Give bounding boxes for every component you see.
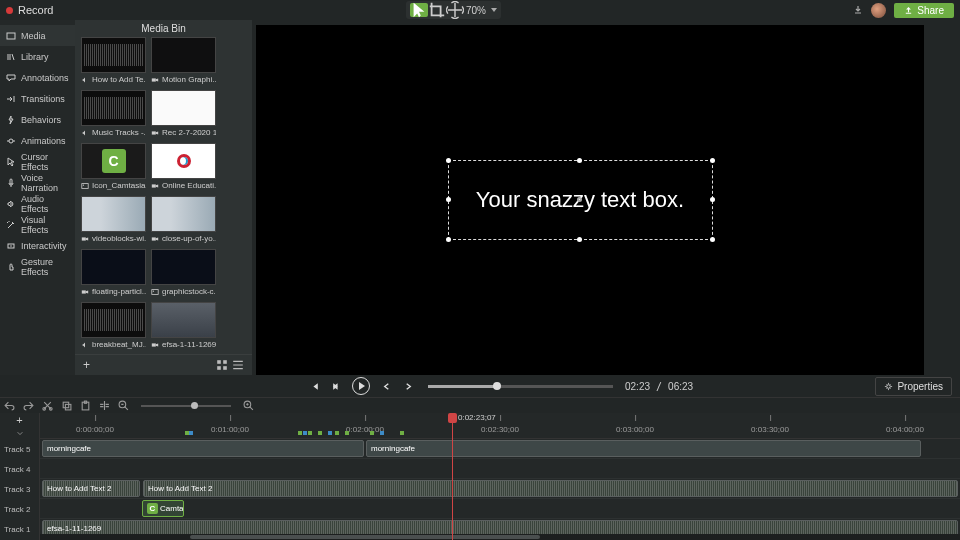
media-item[interactable]: graphicstock-c... (151, 249, 216, 296)
sidebar-item-media[interactable]: Media (0, 25, 75, 46)
record-button[interactable]: Record (18, 4, 53, 16)
sidebar-item-visual-effects[interactable]: Visual Effects (0, 214, 75, 235)
media-item[interactable]: Rec 2-7-2020 1 (151, 90, 216, 137)
media-item[interactable]: How to Add Te... (81, 37, 146, 84)
list-view-icon[interactable] (232, 360, 244, 370)
sidebar-item-annotations[interactable]: Annotations (0, 67, 75, 88)
rotate-handle[interactable] (577, 197, 582, 202)
media-item[interactable]: floating-particl... (81, 249, 146, 296)
sidebar-item-audio-effects[interactable]: Audio Effects (0, 193, 75, 214)
media-item[interactable]: CIcon_Camtasia... (81, 143, 146, 190)
track-row[interactable]: CCamtasia (40, 499, 960, 519)
add-media-button[interactable]: + (83, 358, 90, 372)
chevron-down-icon[interactable] (491, 8, 497, 12)
step-back-button[interactable] (328, 378, 344, 394)
sidebar-item-voice-narration[interactable]: Voice Narration (0, 172, 75, 193)
properties-button[interactable]: Properties (875, 377, 952, 396)
sidebar-item-library[interactable]: Library (0, 46, 75, 67)
paste-button[interactable] (80, 400, 91, 411)
media-thumb (151, 90, 216, 126)
zoom-in-button[interactable] (243, 400, 254, 411)
track-header[interactable]: Track 3 (0, 479, 39, 499)
undo-button[interactable] (4, 400, 15, 411)
step-forward-button[interactable] (378, 378, 394, 394)
image-icon (81, 182, 89, 190)
sidebar-item-label: Animations (21, 136, 66, 146)
media-item[interactable]: close-up-of-yo... (151, 196, 216, 243)
resize-handle[interactable] (446, 237, 451, 242)
media-thumb (81, 302, 146, 338)
prev-frame-button[interactable] (306, 378, 322, 394)
timeline-scrollbar[interactable] (40, 534, 960, 540)
media-item[interactable]: breakbeat_MJ... (81, 302, 146, 349)
scrub-bar[interactable] (428, 385, 613, 388)
zoom-out-button[interactable] (118, 400, 129, 411)
playhead[interactable] (452, 413, 453, 540)
video-icon (81, 288, 89, 296)
timeline-clip[interactable]: How to Add Text 2 (143, 480, 958, 497)
download-icon[interactable] (853, 5, 863, 15)
cut-button[interactable] (42, 400, 53, 411)
timeline-body[interactable]: 0:00:00;00 0:01:00;00 0:02:00;00 0:02:30… (40, 413, 960, 540)
video-icon (151, 182, 159, 190)
media-item[interactable]: Online Educati... (151, 143, 216, 190)
resize-handle[interactable] (710, 237, 715, 242)
timeline-clip[interactable]: How to Add Text 2 (42, 480, 140, 497)
timeline-zoom-slider[interactable] (141, 405, 231, 407)
sidebar-item-label: Transitions (21, 94, 65, 104)
sidebar-item-behaviors[interactable]: Behaviors (0, 109, 75, 130)
track-header[interactable]: Track 4 (0, 459, 39, 479)
redo-button[interactable] (23, 400, 34, 411)
grid-view-icon[interactable] (216, 360, 228, 370)
resize-handle[interactable] (446, 197, 451, 202)
sidebar-item-gesture-effects[interactable]: Gesture Effects (0, 256, 75, 277)
play-button[interactable] (350, 375, 372, 397)
sidebar-item-label: Interactivity (21, 241, 67, 251)
share-button[interactable]: Share (894, 3, 954, 18)
media-item[interactable]: Music Tracks -... (81, 90, 146, 137)
canvas[interactable]: Your snazzy text box. (252, 20, 927, 375)
resize-handle[interactable] (710, 197, 715, 202)
pointer-tool[interactable] (410, 3, 428, 17)
zoom-value[interactable]: 70% (464, 5, 488, 16)
split-button[interactable] (99, 400, 110, 411)
timeline-clip[interactable]: CCamtasia (142, 500, 184, 517)
track-header[interactable]: Track 1 (0, 519, 39, 539)
sidebar-item-interactivity[interactable]: Interactivity (0, 235, 75, 256)
pan-tool[interactable] (446, 3, 464, 17)
copy-button[interactable] (61, 400, 72, 411)
timeline-clip[interactable]: morningcafe (366, 440, 921, 457)
resize-handle[interactable] (577, 158, 582, 163)
stage[interactable]: Your snazzy text box. (256, 25, 924, 375)
media-item[interactable]: Motion Graphi... (151, 37, 216, 84)
interactivity-icon (6, 241, 16, 251)
cursor-icon (6, 157, 16, 167)
timeline-ruler[interactable]: 0:00:00;00 0:01:00;00 0:02:00;00 0:02:30… (40, 413, 960, 439)
sidebar-item-cursor-effects[interactable]: Cursor Effects (0, 151, 75, 172)
add-track-button[interactable]: + (16, 414, 22, 426)
track-row[interactable] (40, 459, 960, 479)
resize-handle[interactable] (710, 158, 715, 163)
timeline-clip[interactable]: morningcafe (42, 440, 364, 457)
sidebar-item-transitions[interactable]: Transitions (0, 88, 75, 109)
sidebar-item-animations[interactable]: Animations (0, 130, 75, 151)
selection-box[interactable]: Your snazzy text box. (448, 160, 713, 240)
scrub-handle[interactable] (493, 382, 501, 390)
sidebar-item-label: Cursor Effects (21, 152, 69, 172)
media-item[interactable]: efsa-1-11-1269 (151, 302, 216, 349)
avatar[interactable] (871, 3, 886, 18)
scrollbar-thumb[interactable] (190, 535, 540, 539)
track-menu-icon[interactable] (14, 428, 25, 439)
track-header[interactable]: Track 2 (0, 499, 39, 519)
resize-handle[interactable] (577, 237, 582, 242)
track-row[interactable]: morningcafe morningcafe (40, 439, 960, 459)
media-item[interactable]: videoblocks-wi... (81, 196, 146, 243)
library-icon (6, 52, 16, 62)
next-frame-button[interactable] (400, 378, 416, 394)
slider-handle[interactable] (191, 402, 198, 409)
track-row[interactable]: How to Add Text 2 How to Add Text 2 (40, 479, 960, 499)
resize-handle[interactable] (446, 158, 451, 163)
annotations-icon (6, 73, 16, 83)
crop-tool[interactable] (428, 3, 446, 17)
track-header[interactable]: Track 5 (0, 439, 39, 459)
